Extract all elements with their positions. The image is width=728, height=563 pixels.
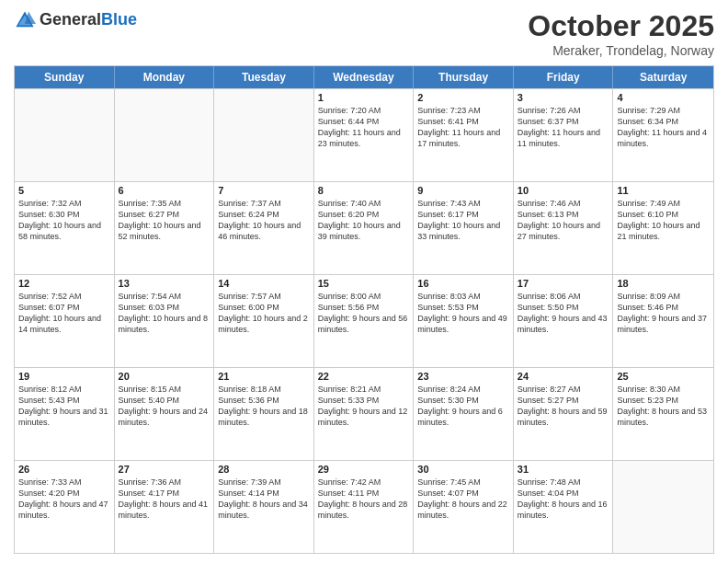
day-cell-12: 12Sunrise: 7:52 AMSunset: 6:07 PMDayligh… (15, 275, 115, 367)
day-cell-7: 7Sunrise: 7:37 AMSunset: 6:24 PMDaylight… (214, 182, 314, 274)
day-header-tuesday: Tuesday (214, 66, 314, 88)
cell-content: Sunrise: 7:33 AMSunset: 4:20 PMDaylight:… (18, 477, 110, 522)
day-number: 7 (218, 185, 310, 196)
header: GeneralBlue October 2025 Meraker, Tronde… (14, 9, 714, 58)
cell-content: Sunrise: 7:54 AMSunset: 6:03 PMDaylight:… (119, 291, 210, 336)
cell-content: Sunrise: 8:06 AMSunset: 5:50 PMDaylight:… (518, 291, 609, 336)
day-number: 2 (417, 92, 509, 103)
empty-cell (613, 461, 713, 553)
day-cell-15: 15Sunrise: 8:00 AMSunset: 5:56 PMDayligh… (314, 275, 415, 367)
day-number: 31 (518, 464, 609, 475)
cell-content: Sunrise: 7:49 AMSunset: 6:10 PMDaylight:… (617, 198, 710, 243)
day-cell-10: 10Sunrise: 7:46 AMSunset: 6:13 PMDayligh… (514, 182, 614, 274)
day-number: 27 (119, 464, 210, 475)
month-title: October 2025 (528, 9, 714, 43)
calendar-header: SundayMondayTuesdayWednesdayThursdayFrid… (15, 66, 713, 88)
cell-content: Sunrise: 8:21 AMSunset: 5:33 PMDaylight:… (318, 384, 410, 429)
cell-content: Sunrise: 8:15 AMSunset: 5:40 PMDaylight:… (119, 384, 210, 429)
day-number: 30 (417, 464, 509, 475)
day-cell-11: 11Sunrise: 7:49 AMSunset: 6:10 PMDayligh… (613, 182, 713, 274)
cell-content: Sunrise: 7:52 AMSunset: 6:07 PMDaylight:… (18, 291, 110, 336)
day-cell-2: 2Sunrise: 7:23 AMSunset: 6:41 PMDaylight… (414, 89, 514, 181)
day-cell-1: 1Sunrise: 7:20 AMSunset: 6:44 PMDaylight… (314, 89, 415, 181)
day-header-sunday: Sunday (15, 66, 115, 88)
cell-content: Sunrise: 8:03 AMSunset: 5:53 PMDaylight:… (417, 291, 509, 336)
day-number: 6 (119, 185, 210, 196)
day-cell-16: 16Sunrise: 8:03 AMSunset: 5:53 PMDayligh… (414, 275, 514, 367)
day-number: 8 (318, 185, 410, 196)
empty-cell (214, 89, 314, 181)
day-number: 15 (318, 278, 410, 289)
cell-content: Sunrise: 7:45 AMSunset: 4:07 PMDaylight:… (417, 477, 509, 522)
page: GeneralBlue October 2025 Meraker, Tronde… (0, 0, 728, 563)
cell-content: Sunrise: 8:30 AMSunset: 5:23 PMDaylight:… (617, 384, 710, 429)
day-cell-18: 18Sunrise: 8:09 AMSunset: 5:46 PMDayligh… (613, 275, 713, 367)
day-cell-23: 23Sunrise: 8:24 AMSunset: 5:30 PMDayligh… (414, 368, 514, 460)
calendar-body: 1Sunrise: 7:20 AMSunset: 6:44 PMDaylight… (15, 88, 713, 553)
day-number: 20 (119, 371, 210, 382)
day-cell-24: 24Sunrise: 8:27 AMSunset: 5:27 PMDayligh… (514, 368, 614, 460)
cell-content: Sunrise: 7:43 AMSunset: 6:17 PMDaylight:… (417, 198, 509, 243)
cell-content: Sunrise: 7:46 AMSunset: 6:13 PMDaylight:… (518, 198, 609, 243)
day-number: 24 (518, 371, 609, 382)
day-cell-3: 3Sunrise: 7:26 AMSunset: 6:37 PMDaylight… (514, 89, 614, 181)
cell-content: Sunrise: 8:00 AMSunset: 5:56 PMDaylight:… (318, 291, 410, 336)
day-number: 1 (318, 92, 410, 103)
day-cell-6: 6Sunrise: 7:35 AMSunset: 6:27 PMDaylight… (115, 182, 215, 274)
day-cell-27: 27Sunrise: 7:36 AMSunset: 4:17 PMDayligh… (115, 461, 215, 553)
cell-content: Sunrise: 8:27 AMSunset: 5:27 PMDaylight:… (518, 384, 609, 429)
day-number: 26 (18, 464, 110, 475)
day-cell-21: 21Sunrise: 8:18 AMSunset: 5:36 PMDayligh… (214, 368, 314, 460)
day-number: 18 (617, 278, 710, 289)
cell-content: Sunrise: 7:36 AMSunset: 4:17 PMDaylight:… (119, 477, 210, 522)
day-header-friday: Friday (514, 66, 614, 88)
empty-cell (115, 89, 215, 181)
empty-cell (15, 89, 115, 181)
day-number: 28 (218, 464, 310, 475)
cell-content: Sunrise: 7:48 AMSunset: 4:04 PMDaylight:… (518, 477, 609, 522)
cell-content: Sunrise: 7:39 AMSunset: 4:14 PMDaylight:… (218, 477, 310, 522)
day-number: 3 (518, 92, 609, 103)
day-cell-13: 13Sunrise: 7:54 AMSunset: 6:03 PMDayligh… (115, 275, 215, 367)
calendar: SundayMondayTuesdayWednesdayThursdayFrid… (14, 65, 714, 554)
logo: GeneralBlue (14, 9, 137, 31)
day-cell-8: 8Sunrise: 7:40 AMSunset: 6:20 PMDaylight… (314, 182, 415, 274)
day-number: 17 (518, 278, 609, 289)
cell-content: Sunrise: 8:12 AMSunset: 5:43 PMDaylight:… (18, 384, 110, 429)
cell-content: Sunrise: 7:35 AMSunset: 6:27 PMDaylight:… (119, 198, 210, 243)
cell-content: Sunrise: 7:37 AMSunset: 6:24 PMDaylight:… (218, 198, 310, 243)
calendar-row-5: 26Sunrise: 7:33 AMSunset: 4:20 PMDayligh… (15, 460, 713, 553)
day-number: 23 (417, 371, 509, 382)
day-cell-25: 25Sunrise: 8:30 AMSunset: 5:23 PMDayligh… (613, 368, 713, 460)
logo-icon (14, 9, 36, 31)
calendar-row-2: 5Sunrise: 7:32 AMSunset: 6:30 PMDaylight… (15, 181, 713, 274)
day-number: 11 (617, 185, 710, 196)
calendar-row-4: 19Sunrise: 8:12 AMSunset: 5:43 PMDayligh… (15, 367, 713, 460)
day-cell-28: 28Sunrise: 7:39 AMSunset: 4:14 PMDayligh… (214, 461, 314, 553)
logo-blue-text: Blue (101, 10, 137, 29)
cell-content: Sunrise: 7:26 AMSunset: 6:37 PMDaylight:… (518, 105, 609, 150)
day-number: 14 (218, 278, 310, 289)
logo-general-text: General (40, 10, 101, 29)
day-cell-4: 4Sunrise: 7:29 AMSunset: 6:34 PMDaylight… (613, 89, 713, 181)
cell-content: Sunrise: 7:29 AMSunset: 6:34 PMDaylight:… (617, 105, 710, 150)
location: Meraker, Trondelag, Norway (528, 43, 714, 58)
cell-content: Sunrise: 7:20 AMSunset: 6:44 PMDaylight:… (318, 105, 410, 150)
day-number: 5 (18, 185, 110, 196)
cell-content: Sunrise: 7:32 AMSunset: 6:30 PMDaylight:… (18, 198, 110, 243)
day-number: 21 (218, 371, 310, 382)
day-number: 4 (617, 92, 710, 103)
day-header-wednesday: Wednesday (314, 66, 415, 88)
day-number: 19 (18, 371, 110, 382)
title-area: October 2025 Meraker, Trondelag, Norway (528, 9, 714, 58)
day-cell-20: 20Sunrise: 8:15 AMSunset: 5:40 PMDayligh… (115, 368, 215, 460)
day-cell-31: 31Sunrise: 7:48 AMSunset: 4:04 PMDayligh… (514, 461, 614, 553)
cell-content: Sunrise: 8:24 AMSunset: 5:30 PMDaylight:… (417, 384, 509, 429)
day-header-saturday: Saturday (613, 66, 713, 88)
calendar-row-1: 1Sunrise: 7:20 AMSunset: 6:44 PMDaylight… (15, 88, 713, 181)
day-header-thursday: Thursday (414, 66, 514, 88)
day-number: 29 (318, 464, 410, 475)
day-cell-22: 22Sunrise: 8:21 AMSunset: 5:33 PMDayligh… (314, 368, 415, 460)
cell-content: Sunrise: 8:09 AMSunset: 5:46 PMDaylight:… (617, 291, 710, 336)
cell-content: Sunrise: 7:23 AMSunset: 6:41 PMDaylight:… (417, 105, 509, 150)
